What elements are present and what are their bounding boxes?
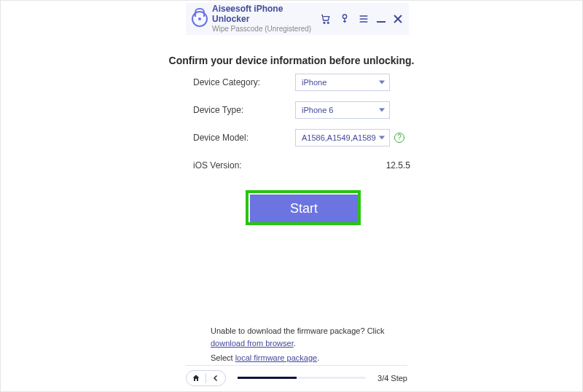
step-indicator: 3/4 Step [377,374,407,383]
download-from-browser-link[interactable]: download from browser [211,339,294,348]
chevron-down-icon [379,136,385,140]
titlebar-actions [320,13,403,25]
brand-text: Aiseesoft iPhone Unlocker Wipe Passcode … [212,4,320,33]
row-model: Device Model: A1586,A1549,A1589 ? [193,129,412,146]
label-model: Device Model: [193,133,295,143]
cart-icon[interactable] [320,13,332,25]
svg-point-0 [324,22,325,23]
start-highlight: Start [246,190,361,225]
progress-bar [238,377,366,379]
hint-text: . [294,339,296,348]
hint-text: Unable to download the firmware package?… [211,326,384,335]
page-heading: Confirm your device information before u… [1,55,582,66]
app-window: Aiseesoft iPhone Unlocker Wipe Passcode … [0,0,583,392]
select-device-type[interactable]: iPhone 6 [295,101,390,119]
select-device-model[interactable]: A1586,A1549,A1589 [295,129,390,146]
hint-text: Select [211,353,235,362]
local-firmware-link[interactable]: local firmware package [235,353,318,362]
footer: 3/4 Step [186,365,407,387]
minimize-button[interactable] [377,16,386,23]
hint-text: . [317,353,319,362]
back-button[interactable] [206,374,225,383]
menu-icon[interactable] [358,13,369,25]
value-ios: 12.5.5 [295,160,412,170]
titlebar: Aiseesoft iPhone Unlocker Wipe Passcode … [186,3,409,35]
label-type: Device Type: [193,105,295,115]
app-title: Aiseesoft iPhone Unlocker [212,4,320,25]
home-button[interactable] [187,374,206,383]
key-icon[interactable] [339,13,351,25]
select-device-category[interactable]: iPhone [295,74,390,91]
help-icon[interactable]: ? [394,133,404,143]
svg-point-2 [343,15,346,18]
close-button[interactable] [393,14,403,24]
nav-pill [186,370,226,386]
app-subtitle: Wipe Passcode (Unregistered) [212,25,320,34]
select-value: iPhone [302,78,326,87]
svg-point-1 [327,22,329,23]
select-value: A1586,A1549,A1589 [302,133,376,142]
label-ios: iOS Version: [193,160,295,170]
select-value: iPhone 6 [302,106,333,114]
progress-fill [238,377,297,379]
lock-icon [192,11,208,27]
row-category: Device Category: iPhone [193,74,412,91]
label-category: Device Category: [193,77,295,87]
chevron-down-icon [379,81,385,85]
row-type: Device Type: iPhone 6 [193,101,412,119]
hint-download: Unable to download the firmware package?… [211,325,409,349]
device-form: Device Category: iPhone Device Type: iPh… [193,74,412,174]
hint-local: Select local firmware package. [211,352,409,364]
row-ios: iOS Version: 12.5.5 [193,157,412,174]
chevron-down-icon [379,109,385,112]
start-button[interactable]: Start [249,193,358,222]
brand: Aiseesoft iPhone Unlocker Wipe Passcode … [192,4,320,33]
